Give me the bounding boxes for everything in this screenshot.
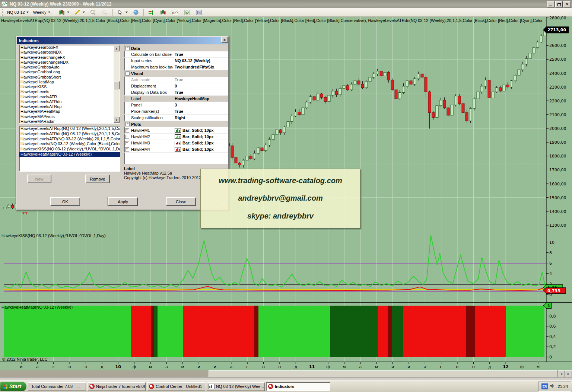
property-row[interactable]: Auto scaleTrue [124,77,228,83]
property-value[interactable]: NQ 03-12 (Weekly) [173,58,228,64]
section-label: Data [131,46,140,51]
svg-text:а: а [165,364,168,369]
indicator-list-item[interactable]: HawkeyeLevelsATRdn [19,99,114,104]
configured-indicator-item[interactable]: HawkeyeLevelsATRdn(NQ 03-12 (Weekly),20,… [19,131,120,137]
property-value[interactable]: 3 [173,102,228,108]
svg-text:10: 10 [115,364,121,369]
scrollbar-thumb[interactable] [114,81,120,89]
indicator-list-item[interactable]: HawkeyeMAPivots [19,114,114,119]
property-value[interactable]: HawkeyeHeatMap [173,96,228,102]
indicator-list-item[interactable]: HawkeyeGrabbaAuto [19,65,114,70]
property-value[interactable]: Bar; Solid; 10px [173,127,228,133]
indicator-list-item[interactable]: HawkeyeGearboxFX [19,45,114,50]
property-row[interactable]: Price marker(s)True [124,108,228,115]
available-indicators-list[interactable]: ▲ ▼ HawkeyeGearboxFXHawkeyeGearboxNDXHaw… [19,45,120,124]
property-row[interactable]: Maximum bars look backTwoHundredFiftySix [124,64,228,70]
configured-indicator-item[interactable]: HawkeyeLevelsATR(NQ 03-12 (Weekly),20,1,… [19,137,120,142]
svg-text:2500,00: 2500,00 [549,57,566,62]
property-value[interactable]: True [173,108,228,114]
property-value[interactable]: Right [173,115,228,121]
scrollbar-thumb[interactable] [209,370,557,377]
taskbar-button[interactable]: NQ 03-12 (Weekly) Wee... [207,382,265,391]
property-row[interactable]: Displacement0 [124,83,228,89]
new-button[interactable]: New [27,175,51,183]
apply-button[interactable]: Apply [108,197,138,206]
close-dialog-button[interactable]: Close [166,197,196,206]
indicator-list-item[interactable]: HawkeyeLevelsATR [19,95,114,99]
property-row[interactable]: LabelHawkeyeHeatMap [124,96,228,102]
svg-text:ф: ф [133,364,136,369]
collapse-icon[interactable]: − [125,46,130,50]
volume-icon[interactable] [550,384,555,389]
property-row[interactable]: Display in Data BoxTrue [124,89,228,96]
indicator-list-item[interactable]: HawkeyeHeatMap [19,80,114,85]
configured-indicators-list[interactable]: HawkeyeLevelsATRup(NQ 03-12 (Weekly),20,… [19,126,120,172]
scroll-up-icon[interactable]: ▲ [114,45,120,51]
property-row[interactable]: Scale justificationRight [124,115,228,121]
remove-button[interactable]: Remove [85,175,110,183]
property-value[interactable]: Bar; Solid; 10px [173,134,228,140]
property-row[interactable]: +HawkHM1Bar; Solid; 10px [124,127,228,134]
property-row[interactable]: Input seriesNQ 03-12 (Weekly) [124,58,228,64]
svg-text:1900,00: 1900,00 [549,140,566,145]
start-button[interactable]: Start [0,382,26,391]
scroll-right-icon[interactable]: ► [565,370,572,377]
property-section-header[interactable]: −Visual [124,70,228,77]
property-row[interactable]: Panel3 [124,102,228,108]
svg-text:д: д [101,364,104,369]
property-value[interactable]: True [173,77,228,83]
row-gutter [124,115,130,121]
property-value[interactable]: True [173,51,228,57]
indicator-list-item[interactable]: HawkeyeGrabbaShort [19,75,114,80]
property-section-header[interactable]: −Data [124,45,228,51]
indicator-list-item[interactable]: HawkeyeGearchangeFX [19,55,114,60]
property-label: HawkHM4 [130,146,173,152]
indicator-list-item[interactable]: HawkeyeMAHeatMap [19,109,114,114]
property-value[interactable]: True [173,89,228,95]
property-label: Panel [130,102,173,108]
collapse-icon[interactable]: − [125,122,130,126]
language-indicator[interactable]: EN [541,383,548,389]
scroll-left-icon[interactable]: ◄ [558,370,565,377]
list-scrollbar[interactable]: ▲ ▼ [114,45,120,123]
taskbar-button[interactable]: Total Commander 7.03 - ... [28,382,86,391]
configured-indicator-item[interactable]: HawkeyeHeatMap(NQ 03-12 (Weekly)) [19,152,120,157]
expand-icon[interactable]: + [124,140,130,146]
indicator-list-item[interactable]: HawkeyeMARadar [19,119,114,124]
indicator-list-item[interactable]: HawkeyeLevelsATRup [19,104,114,109]
taskbar-button[interactable]: NControl Center - Untitled1 [147,382,205,391]
indicator-list-item[interactable]: HawkeyeGearchangeNDX [19,60,114,65]
taskbar-button[interactable]: NIndicators [266,382,330,391]
property-row[interactable]: Calculate on bar closeTrue [124,51,228,58]
property-value[interactable]: Bar; Solid; 10px [173,146,228,152]
collapse-icon[interactable]: − [125,71,130,76]
indicator-list-item[interactable]: HawkeyeGearboxNDX [19,50,114,55]
expand-icon[interactable]: + [124,146,130,152]
chart-horizontal-scrollbar[interactable]: ◄ ► [0,370,572,377]
property-row[interactable]: +HawkHM3Bar; Solid; 10px [124,140,228,146]
chart-icon [209,384,214,389]
indicator-list-item[interactable]: HawkeyeKISS [19,85,114,89]
property-row[interactable]: +HawkHM4Bar; Solid; 10px [124,146,228,153]
configured-indicator-item[interactable]: HawkeyeKISS(NQ 03-12 (Weekly),^UVOL,^DVO… [19,147,120,152]
svg-text:а: а [36,364,39,369]
indicator-list-item[interactable]: HawkeyeLevels [19,89,114,94]
expand-icon[interactable]: + [124,134,130,140]
property-value[interactable]: TwoHundredFiftySix [173,64,228,70]
property-value[interactable]: Bar; Solid; 10px [173,140,228,146]
configured-indicator-item[interactable]: HawkeyeLevelsATRup(NQ 03-12 (Weekly),20,… [19,126,120,131]
indicator-list-item[interactable]: HawkeyeGrabbaLong [19,70,114,74]
taskbar-button[interactable]: NNinjaTrader 7 lic.emu v5.06 [88,382,146,391]
svg-text:12: 12 [503,364,508,369]
configured-indicator-item[interactable]: HawkeyeLevels(NQ 03-12 (Weekly),Color [B… [19,141,120,147]
expand-icon[interactable]: + [124,127,130,133]
watermark-skype: skype: andreybbrv [247,212,314,220]
scroll-down-icon[interactable]: ▼ [114,117,120,123]
dialog-close-icon[interactable]: × [221,37,228,43]
property-section-header[interactable]: −Plots [124,121,228,127]
dialog-title-bar[interactable]: Indicators [17,37,228,44]
property-value[interactable]: 0 [173,83,228,89]
svg-text:д: д [294,364,297,369]
property-row[interactable]: +HawkHM2Bar; Solid; 10px [124,134,228,140]
ok-button[interactable]: OK [50,197,80,206]
